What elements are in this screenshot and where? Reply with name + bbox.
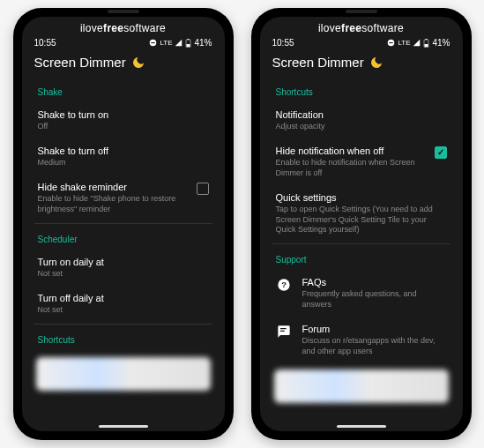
svg-text:?: ? (281, 280, 287, 289)
watermark-text: ilove (318, 22, 341, 34)
help-icon: ? (276, 277, 292, 293)
setting-title: Notification (276, 108, 447, 121)
watermark: ilovefreesoftware (260, 17, 463, 36)
setting-shake-off[interactable]: Shake to turn off Medium (34, 138, 212, 175)
status-network: LTE (398, 39, 410, 47)
divider (34, 324, 212, 325)
status-battery-pct: 41% (194, 38, 212, 48)
divider (34, 223, 212, 224)
section-header-shortcuts: Shortcuts (34, 326, 212, 350)
battery-icon (423, 39, 429, 48)
setting-sub: Adjust opacity (276, 122, 447, 132)
checkbox-hide-notification[interactable] (435, 146, 447, 159)
section-header-shortcuts: Shortcuts (272, 78, 450, 102)
status-battery-pct: 41% (432, 38, 450, 48)
section-header-scheduler: Scheduler (34, 226, 212, 250)
setting-sub: Medium (38, 158, 209, 168)
status-time: 10:55 (34, 38, 56, 48)
nav-pill[interactable] (99, 425, 148, 428)
blurred-region (36, 357, 211, 391)
speaker-slot (108, 10, 139, 13)
setting-title: Turn off daily at (38, 292, 209, 304)
setting-title: FAQs (302, 276, 447, 288)
setting-sub: Not set (38, 305, 209, 316)
status-network: LTE (160, 39, 172, 47)
setting-sub: Enable to hide "Shake phone to restore b… (38, 194, 190, 214)
screen-left: ilovefreesoftware 10:55 LTE 41% Screen D… (22, 17, 225, 431)
watermark-text: ilove (80, 22, 103, 34)
svg-rect-1 (152, 42, 156, 43)
svg-rect-8 (425, 44, 428, 47)
setting-title: Forum (302, 323, 447, 335)
setting-faqs[interactable]: ? FAQs Frequently asked questions, and a… (272, 270, 450, 317)
setting-sub: Not set (38, 269, 209, 280)
setting-turn-off-daily[interactable]: Turn off daily at Not set (34, 286, 212, 322)
setting-sub: Off (38, 122, 209, 132)
setting-shake-on[interactable]: Shake to turn on Off (34, 102, 212, 138)
setting-hide-shake-reminder[interactable]: Hide shake reminder Enable to hide "Shak… (34, 175, 212, 221)
setting-title: Shake to turn on (38, 108, 209, 121)
signal-icon (413, 39, 421, 47)
setting-quick-settings[interactable]: Quick settings Tap to open Quick Setting… (272, 185, 450, 242)
moon-icon (131, 56, 145, 70)
signal-icon (175, 39, 182, 47)
watermark-bold: free (103, 22, 123, 34)
speaker-slot (346, 10, 377, 13)
watermark-tail: software (361, 22, 404, 34)
app-header: Screen Dimmer (22, 51, 225, 78)
phone-right: ilovefreesoftware 10:55 LTE 41% Screen D… (251, 8, 472, 440)
setting-sub: Tap to open Quick Settings (You need to … (276, 205, 447, 235)
setting-title: Turn on daily at (38, 256, 209, 268)
svg-rect-3 (187, 44, 190, 47)
app-title: Screen Dimmer (34, 55, 126, 70)
screen-right: ilovefreesoftware 10:55 LTE 41% Screen D… (260, 17, 463, 431)
watermark-tail: software (123, 22, 166, 34)
setting-title: Hide notification when off (276, 145, 428, 157)
setting-forum[interactable]: Forum Discuss on r/etsangapps with the d… (272, 317, 450, 363)
setting-turn-on-daily[interactable]: Turn on daily at Not set (34, 250, 212, 286)
divider (272, 243, 450, 244)
section-header-support: Support (272, 246, 450, 270)
setting-title: Shake to turn off (38, 145, 209, 157)
status-time: 10:55 (272, 38, 294, 48)
dnd-icon (149, 39, 157, 47)
svg-rect-9 (426, 39, 428, 40)
dnd-icon (387, 39, 395, 47)
moon-icon (369, 56, 383, 70)
settings-content-left[interactable]: Shake Shake to turn on Off Shake to turn… (22, 78, 225, 431)
setting-title: Quick settings (276, 191, 447, 204)
setting-title: Hide shake reminder (38, 181, 190, 193)
status-bar: 10:55 LTE 41% (22, 36, 225, 51)
battery-icon (185, 39, 191, 48)
app-header: Screen Dimmer (260, 51, 463, 78)
status-bar: 10:55 LTE 41% (260, 36, 463, 51)
section-header-shake: Shake (34, 78, 212, 102)
nav-pill[interactable] (337, 425, 386, 428)
checkbox-hide-shake[interactable] (197, 183, 209, 195)
blurred-region (274, 370, 449, 403)
setting-notification[interactable]: Notification Adjust opacity (272, 102, 450, 138)
phone-left: ilovefreesoftware 10:55 LTE 41% Screen D… (13, 8, 234, 440)
svg-rect-4 (188, 39, 190, 40)
watermark: ilovefreesoftware (22, 17, 225, 36)
settings-content-right[interactable]: Shortcuts Notification Adjust opacity Hi… (260, 78, 463, 431)
forum-icon (276, 324, 292, 340)
setting-sub: Frequently asked questions, and answers (302, 289, 447, 310)
setting-sub: Enable to hide notification when Screen … (276, 158, 428, 178)
setting-sub: Discuss on r/etsangapps with the dev, an… (302, 336, 447, 356)
setting-hide-notification[interactable]: Hide notification when off Enable to hid… (272, 138, 450, 185)
app-title: Screen Dimmer (272, 55, 364, 70)
watermark-bold: free (341, 22, 361, 34)
svg-rect-6 (390, 42, 394, 43)
